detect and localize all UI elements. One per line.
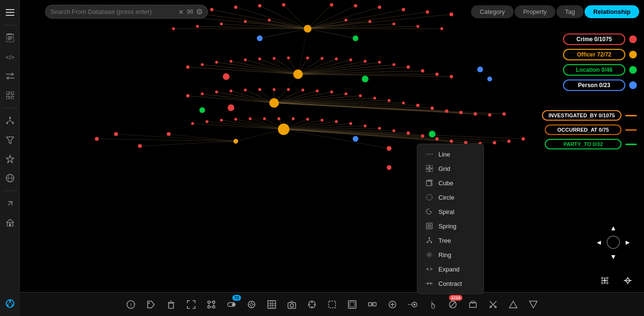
menu-item-tree[interactable]: Tree — [417, 233, 483, 248]
cube-icon — [425, 179, 434, 187]
search-settings-btn[interactable]: ⚙ — [196, 7, 203, 16]
rel-badge-party: PARTY_TO 0/32 — [545, 139, 621, 149]
legend-badge-officer: Officer 72/72 — [563, 49, 625, 60]
nav-right-btn[interactable]: ► — [621, 236, 634, 249]
sidebar-star-btn[interactable] — [1, 150, 19, 168]
sidebar-logo-btn[interactable] — [1, 295, 19, 312]
toolbar-arrow-down-btn[interactable] — [526, 297, 541, 312]
main-canvas: ✕ ✉ ⚙ Category Property Tag Relationship… — [20, 0, 644, 297]
sidebar-menu-btn[interactable] — [1, 4, 19, 21]
sidebar-document-btn[interactable] — [1, 29, 19, 46]
circle-icon — [425, 193, 434, 202]
svg-point-121 — [223, 73, 230, 80]
menu-item-ring[interactable]: Ring — [417, 248, 483, 262]
sidebar-arrow-btn[interactable] — [1, 195, 19, 212]
svg-rect-243 — [430, 165, 433, 168]
svg-point-124 — [487, 77, 492, 81]
toolbar-toggle-btn[interactable]: 72 — [224, 297, 239, 312]
svg-point-205 — [292, 117, 295, 120]
toolbar-box-btn[interactable] — [465, 297, 481, 312]
menu-item-grid[interactable]: Grid — [417, 161, 483, 176]
tab-property[interactable]: Property — [515, 5, 555, 18]
menu-label-spiral: Spiral — [438, 208, 454, 215]
toolbar-grid-btn[interactable] — [264, 297, 279, 312]
svg-point-28 — [7, 305, 9, 306]
legend-item-person[interactable]: Person 0/23 — [563, 79, 637, 91]
spiral-icon — [425, 207, 434, 216]
svg-point-271 — [601, 282, 603, 284]
nav-up-btn[interactable]: ▲ — [607, 221, 620, 235]
toolbar-tag-btn[interactable] — [143, 297, 159, 312]
menu-label-tree: Tree — [438, 237, 451, 244]
sidebar-org-btn[interactable] — [1, 112, 19, 129]
toolbar-group-btn[interactable] — [365, 297, 380, 312]
toolbar-delete-btn[interactable] — [163, 297, 179, 312]
search-input[interactable] — [50, 8, 178, 15]
sidebar-globe-btn[interactable] — [1, 169, 19, 187]
tab-category[interactable]: Category — [471, 5, 514, 18]
toolbar-disable-btn[interactable]: 1216 — [445, 297, 460, 312]
svg-point-72 — [244, 20, 247, 23]
svg-line-30 — [8, 302, 10, 305]
menu-item-contract[interactable]: Contract — [417, 276, 483, 291]
toolbar-crosshair-btn[interactable] — [304, 297, 320, 312]
svg-marker-18 — [6, 137, 14, 144]
svg-point-71 — [220, 23, 223, 25]
rel-item-party[interactable]: PARTY_TO 0/32 — [542, 139, 637, 149]
svg-point-286 — [213, 305, 215, 308]
menu-item-spiral[interactable]: Spiral — [417, 204, 483, 219]
svg-point-122 — [362, 76, 368, 82]
zoom-scatter-btn[interactable] — [598, 274, 611, 287]
rel-item-occurred[interactable]: OCCURRED_AT 0/75 — [542, 124, 637, 135]
nav-center-btn[interactable] — [607, 236, 620, 249]
menu-item-circle[interactable]: Circle — [417, 190, 483, 204]
sidebar-filter-btn[interactable] — [1, 131, 19, 148]
svg-point-74 — [345, 19, 347, 22]
svg-point-199 — [206, 120, 208, 123]
spring-icon — [425, 222, 434, 230]
sidebar-code-btn[interactable]: </> — [1, 48, 19, 66]
tab-tag[interactable]: Tag — [556, 5, 584, 18]
toolbar-layout-btn[interactable] — [204, 297, 219, 312]
svg-point-77 — [416, 25, 419, 28]
svg-point-170 — [503, 113, 506, 116]
toolbar-select-btn[interactable] — [324, 297, 340, 312]
sidebar-home-btn[interactable] — [1, 214, 19, 231]
svg-line-17 — [10, 121, 13, 122]
svg-line-16 — [7, 121, 10, 122]
svg-point-215 — [436, 137, 439, 141]
search-email-btn[interactable]: ✉ — [187, 7, 193, 16]
toolbar-fullscreen-btn[interactable] — [184, 297, 199, 312]
menu-item-cube[interactable]: Cube — [417, 176, 483, 190]
toolbar-focus-btn[interactable] — [405, 297, 420, 312]
toolbar-info-btn[interactable]: i — [123, 297, 138, 312]
nav-down-btn[interactable]: ▼ — [607, 250, 620, 263]
legend-item-location[interactable]: Location 0/46 — [563, 64, 637, 76]
legend-item-officer[interactable]: Officer 72/72 — [563, 49, 637, 60]
toolbar-add-btn[interactable] — [385, 297, 400, 312]
zoom-fit-btn[interactable] — [621, 274, 634, 287]
toolbar-target-btn[interactable] — [244, 297, 259, 312]
svg-rect-244 — [426, 169, 429, 172]
svg-point-283 — [208, 301, 210, 303]
rel-line-occurred — [625, 129, 637, 131]
menu-item-line[interactable]: Line — [417, 147, 483, 161]
rel-item-investigated[interactable]: INVESTIGATED_BY 0/1075 — [542, 110, 637, 121]
search-clear-btn[interactable]: ✕ — [178, 8, 184, 16]
menu-item-spring[interactable]: Spring — [417, 219, 483, 233]
svg-point-155 — [287, 88, 290, 91]
svg-point-284 — [213, 301, 215, 303]
menu-item-expand[interactable]: Expand — [417, 262, 483, 276]
toolbar-arrow-up-btn[interactable] — [506, 297, 521, 312]
toolbar-camera-btn[interactable] — [284, 297, 299, 312]
toolbar-hand-btn[interactable] — [425, 297, 440, 312]
toolbar-frame-btn[interactable] — [345, 297, 360, 312]
nav-left-btn[interactable]: ◄ — [592, 236, 606, 249]
sidebar-grid-btn[interactable] — [1, 87, 19, 104]
toolbar-cut-btn[interactable] — [485, 297, 501, 312]
svg-point-119 — [450, 75, 453, 79]
legend-item-crime[interactable]: Crime 0/1075 — [563, 34, 637, 45]
relationship-legend: INVESTIGATED_BY 0/1075 OCCURRED_AT 0/75 … — [542, 110, 637, 149]
tab-relationship[interactable]: Relationship — [585, 5, 639, 18]
sidebar-transfer-btn[interactable] — [1, 68, 19, 85]
